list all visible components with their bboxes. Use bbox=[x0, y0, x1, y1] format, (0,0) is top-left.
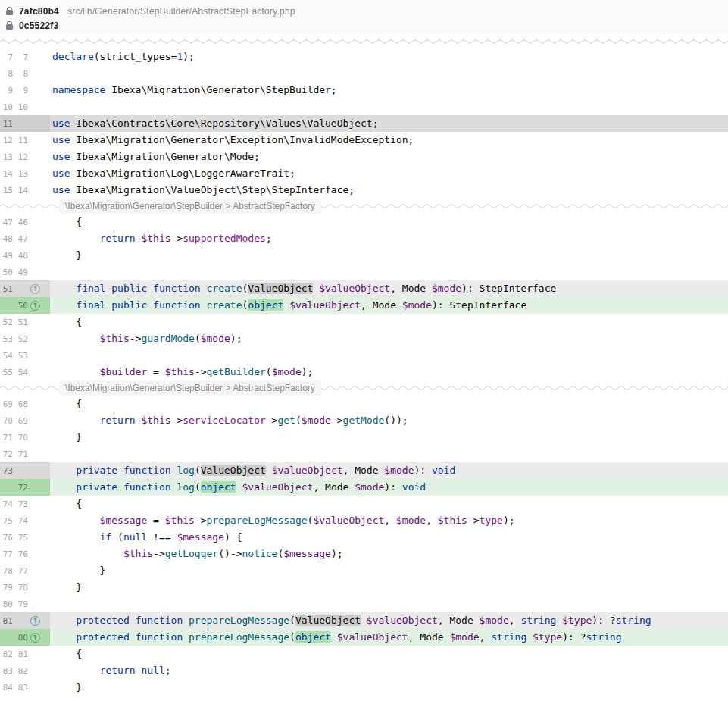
code-line[interactable]: 8483 } bbox=[0, 679, 728, 696]
code-line[interactable]: 1010 bbox=[0, 99, 728, 115]
code-line[interactable]: 7170 } bbox=[0, 429, 728, 446]
changed-line-after[interactable]: 50↑ final public function create(object … bbox=[0, 297, 728, 314]
code-line[interactable]: 7574 $message = $this->prepareLogMessage… bbox=[0, 512, 728, 529]
old-line-number: 15 bbox=[0, 186, 13, 196]
code-text[interactable] bbox=[50, 264, 728, 280]
folded-region-separator[interactable] bbox=[0, 35, 728, 49]
code-line[interactable]: 1211use Ibexa\Migration\Generator\Except… bbox=[0, 132, 728, 149]
code-text[interactable]: return null; bbox=[50, 662, 728, 679]
changed-line-after[interactable]: 72 private function log(object $valueObj… bbox=[0, 479, 728, 496]
code-text[interactable]: } bbox=[50, 679, 728, 696]
code-text[interactable] bbox=[50, 347, 728, 364]
code-line[interactable]: 4847 return $this->supportedModes; bbox=[0, 230, 728, 247]
changed-line-after[interactable]: 80↑ protected function prepareLogMessage… bbox=[0, 629, 728, 646]
gutter: 99 bbox=[0, 82, 50, 99]
commit-hash-before: 7afc80b4 bbox=[19, 6, 59, 17]
gutter: 51↑ bbox=[0, 280, 50, 297]
folded-region-separator[interactable]: \Ibexa\Migration\Generator\StepBuilder >… bbox=[0, 380, 728, 396]
code-text[interactable]: if (null !== $message) { bbox=[50, 529, 728, 546]
code-line[interactable]: 5049 bbox=[0, 264, 728, 280]
code-line[interactable]: 1514use Ibexa\Migration\ValueObject\Step… bbox=[0, 182, 728, 199]
code-text[interactable] bbox=[50, 596, 728, 612]
revision-after-row: 0c5522f3 bbox=[5, 18, 722, 33]
code-line[interactable]: 1413use Ibexa\Migration\Log\LoggerAwareT… bbox=[0, 165, 728, 182]
code-text[interactable]: protected function prepareLogMessage(Val… bbox=[50, 612, 728, 629]
code-line[interactable]: 5453 bbox=[0, 347, 728, 364]
code-text[interactable] bbox=[50, 65, 728, 82]
code-line[interactable]: 7978 } bbox=[0, 579, 728, 596]
changed-line-before[interactable]: 73 private function log(ValueObject $val… bbox=[0, 462, 728, 479]
code-text[interactable]: declare(strict_types=1); bbox=[50, 49, 728, 65]
code-text[interactable]: { bbox=[50, 496, 728, 512]
code-line[interactable]: 7271 bbox=[0, 446, 728, 462]
code-line[interactable]: 99namespace Ibexa\Migration\Generator\St… bbox=[0, 82, 728, 99]
new-line-number: 51 bbox=[15, 318, 28, 327]
wavy-fold-line bbox=[0, 39, 728, 45]
code-line[interactable]: 7675 if (null !== $message) { bbox=[0, 529, 728, 546]
code-line[interactable]: 8281 { bbox=[0, 646, 728, 662]
diff-editor[interactable]: 77declare(strict_types=1);8899namespace … bbox=[0, 35, 728, 696]
code-line[interactable]: 88 bbox=[0, 65, 728, 82]
changed-line-before[interactable]: 81↑ protected function prepareLogMessage… bbox=[0, 612, 728, 629]
gutter: 7675 bbox=[0, 529, 50, 546]
code-text[interactable]: final public function create(object $val… bbox=[50, 297, 728, 314]
code-text[interactable] bbox=[50, 99, 728, 115]
old-line-number: 74 bbox=[0, 499, 13, 509]
code-text[interactable]: use Ibexa\Migration\Log\LoggerAwareTrait… bbox=[50, 165, 728, 182]
code-text[interactable]: use Ibexa\Migration\Generator\Mode; bbox=[50, 149, 728, 165]
code-line[interactable]: 77declare(strict_types=1); bbox=[0, 49, 728, 65]
old-line-number: 11 bbox=[0, 119, 13, 129]
code-text[interactable]: { bbox=[50, 314, 728, 330]
code-line[interactable]: 4746 { bbox=[0, 214, 728, 230]
code-text[interactable]: protected function prepareLogMessage(obj… bbox=[50, 629, 728, 646]
code-text[interactable]: private function log(object $valueObject… bbox=[50, 479, 728, 496]
code-text[interactable]: return $this->supportedModes; bbox=[50, 230, 728, 247]
code-line[interactable]: 1312use Ibexa\Migration\Generator\Mode; bbox=[0, 149, 728, 165]
code-text[interactable]: { bbox=[50, 214, 728, 230]
code-line[interactable]: 8382 return null; bbox=[0, 662, 728, 679]
code-text[interactable]: return $this->serviceLocator->get($mode-… bbox=[50, 412, 728, 429]
code-text[interactable] bbox=[50, 446, 728, 462]
code-text[interactable]: use Ibexa\Migration\Generator\Exception\… bbox=[50, 132, 728, 149]
old-line-number: 76 bbox=[0, 533, 13, 543]
new-line-number: 76 bbox=[15, 549, 28, 559]
code-text[interactable]: { bbox=[50, 646, 728, 662]
code-line[interactable]: 7473 { bbox=[0, 496, 728, 512]
code-text[interactable]: } bbox=[50, 562, 728, 579]
code-text[interactable]: $this->guardMode($mode); bbox=[50, 330, 728, 347]
code-text[interactable]: use Ibexa\Migration\ValueObject\Step\Ste… bbox=[50, 182, 728, 199]
code-text[interactable]: final public function create(ValueObject… bbox=[50, 280, 728, 297]
code-line[interactable]: 6968 { bbox=[0, 396, 728, 412]
overridden-method-icon[interactable]: ↑ bbox=[30, 616, 40, 626]
code-text[interactable]: } bbox=[50, 579, 728, 596]
code-line[interactable]: 5251 { bbox=[0, 314, 728, 330]
code-text[interactable]: } bbox=[50, 429, 728, 446]
code-text[interactable]: $message = $this->prepareLogMessage($val… bbox=[50, 512, 728, 529]
code-text[interactable]: private function log(ValueObject $valueO… bbox=[50, 462, 728, 479]
overriding-method-icon[interactable]: ↑ bbox=[30, 301, 40, 311]
code-line[interactable]: 4948 } bbox=[0, 247, 728, 264]
folded-region-separator[interactable]: \Ibexa\Migration\Generator\StepBuilder >… bbox=[0, 199, 728, 214]
code-line[interactable]: 8079 bbox=[0, 596, 728, 612]
code-line[interactable]: 7776 $this->getLogger()->notice($message… bbox=[0, 546, 728, 562]
code-text[interactable]: $this->getLogger()->notice($message); bbox=[50, 546, 728, 562]
gutter-icon-area: ↑ bbox=[28, 284, 50, 294]
code-text[interactable]: { bbox=[50, 396, 728, 412]
code-line[interactable]: 5352 $this->guardMode($mode); bbox=[0, 330, 728, 347]
code-text[interactable]: use Ibexa\Contracts\Core\Repository\Valu… bbox=[50, 115, 728, 132]
code-line[interactable]: 7877 } bbox=[0, 562, 728, 579]
changed-line-before[interactable]: 51↑ final public function create(ValueOb… bbox=[0, 280, 728, 297]
gutter: 7473 bbox=[0, 496, 50, 512]
overriding-method-icon[interactable]: ↑ bbox=[30, 284, 40, 294]
lock-icon-shape bbox=[6, 10, 13, 15]
code-text[interactable]: namespace Ibexa\Migration\Generator\Step… bbox=[50, 82, 728, 99]
folded-region-breadcrumb[interactable]: \Ibexa\Migration\Generator\StepBuilder >… bbox=[59, 380, 321, 396]
code-line[interactable]: 5554 $builder = $this->getBuilder($mode)… bbox=[0, 364, 728, 380]
code-line[interactable]: 7069 return $this->serviceLocator->get($… bbox=[0, 412, 728, 429]
overridden-method-icon[interactable]: ↑ bbox=[30, 633, 40, 643]
deleted-line[interactable]: 11use Ibexa\Contracts\Core\Repository\Va… bbox=[0, 115, 728, 132]
folded-region-breadcrumb[interactable]: \Ibexa\Migration\Generator\StepBuilder >… bbox=[59, 199, 321, 214]
code-text[interactable]: $builder = $this->getBuilder($mode); bbox=[50, 364, 728, 380]
gutter: 5251 bbox=[0, 314, 50, 330]
code-text[interactable]: } bbox=[50, 247, 728, 264]
